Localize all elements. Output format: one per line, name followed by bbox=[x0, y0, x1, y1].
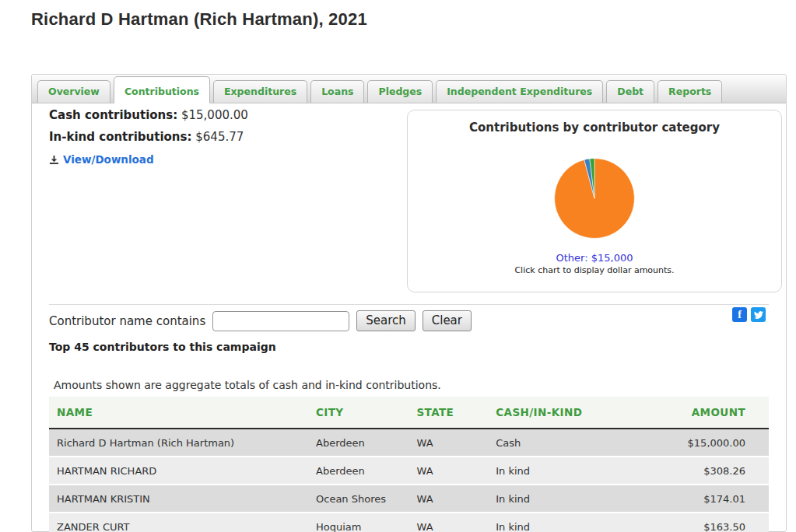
table-row: ZANDER CURTHoquiamWAIn kind$163.50 bbox=[49, 513, 769, 532]
cell-name: HARTMAN RICHARD bbox=[49, 457, 308, 485]
clear-button[interactable]: Clear bbox=[423, 310, 472, 331]
tab-expenditures[interactable]: Expenditures bbox=[213, 80, 307, 103]
contributors-table-wrap: NAMECITYSTATECASH/IN-KINDAMOUNT Richard … bbox=[49, 397, 769, 532]
cash-contributions-value: $15,000.00 bbox=[181, 108, 248, 122]
column-header-cash-in-kind: CASH/IN-KIND bbox=[488, 397, 625, 429]
social-share: f bbox=[732, 307, 766, 322]
facebook-icon: f bbox=[738, 309, 742, 321]
view-download-label: View/Download bbox=[63, 153, 154, 166]
pie-chart-note: Click chart to display dollar amounts. bbox=[408, 265, 781, 275]
cell-city: Aberdeen bbox=[308, 457, 409, 485]
cell-state: WA bbox=[409, 457, 489, 485]
cell-state: WA bbox=[409, 429, 489, 457]
cell-name: HARTMAN KRISTIN bbox=[49, 485, 308, 513]
contribution-summary: Cash contributions: $15,000.00 In-kind c… bbox=[49, 108, 248, 166]
search-button[interactable]: Search bbox=[356, 310, 416, 331]
tab-independent-expenditures[interactable]: Independent Expenditures bbox=[436, 80, 603, 103]
column-header-name: NAME bbox=[49, 397, 308, 429]
twitter-icon bbox=[754, 310, 763, 320]
download-icon bbox=[49, 155, 59, 165]
inkind-contributions-line: In-kind contributions: $645.77 bbox=[49, 130, 248, 144]
cell-name: Richard D Hartman (Rich Hartman) bbox=[49, 429, 308, 457]
contributor-search: Contributor name contains Search Clear bbox=[49, 310, 472, 331]
cash-contributions-line: Cash contributions: $15,000.00 bbox=[49, 108, 248, 122]
cell-cash-in-kind: Cash bbox=[488, 429, 625, 457]
tab-loans[interactable]: Loans bbox=[310, 80, 364, 103]
cell-city: Hoquiam bbox=[308, 513, 409, 532]
table-row: Richard D Hartman (Rich Hartman)Aberdeen… bbox=[49, 429, 769, 457]
column-header-city: CITY bbox=[308, 397, 409, 429]
cell-cash-in-kind: In kind bbox=[488, 513, 625, 532]
inkind-contributions-label: In-kind contributions: bbox=[49, 130, 191, 144]
tab-contributions[interactable]: Contributions bbox=[114, 76, 210, 103]
chart-title: Contributions by contributor category bbox=[408, 121, 781, 135]
top-contributors-heading: Top 45 contributors to this campaign bbox=[49, 341, 276, 353]
cell-cash-in-kind: In kind bbox=[488, 485, 625, 513]
campaign-finance-panel: OverviewContributionsExpendituresLoansPl… bbox=[31, 74, 787, 532]
amounts-note: Amounts shown are aggregate totals of ca… bbox=[54, 379, 441, 391]
contributors-header-row: NAMECITYSTATECASH/IN-KINDAMOUNT bbox=[49, 397, 769, 429]
column-header-state: STATE bbox=[409, 397, 489, 429]
search-input[interactable] bbox=[212, 311, 349, 331]
cell-amount: $163.50 bbox=[625, 513, 769, 532]
cell-name: ZANDER CURT bbox=[49, 513, 308, 532]
column-header-amount: AMOUNT bbox=[625, 397, 769, 429]
view-download-link[interactable]: View/Download bbox=[49, 153, 248, 166]
tab-pledges[interactable]: Pledges bbox=[367, 80, 433, 103]
tab-debt[interactable]: Debt bbox=[606, 80, 654, 103]
tab-overview[interactable]: Overview bbox=[37, 80, 110, 103]
tab-bar: OverviewContributionsExpendituresLoansPl… bbox=[32, 75, 786, 103]
page-title: Richard D Hartman (Rich Hartman), 2021 bbox=[31, 9, 367, 30]
twitter-share-button[interactable] bbox=[751, 307, 766, 322]
pie-slice-label: Other: $15,000 bbox=[408, 252, 781, 264]
facebook-share-button[interactable]: f bbox=[732, 307, 747, 322]
section-divider bbox=[49, 304, 769, 305]
cell-amount: $174.01 bbox=[625, 485, 769, 513]
table-row: HARTMAN RICHARDAberdeenWAIn kind$308.26 bbox=[49, 457, 769, 485]
search-label: Contributor name contains bbox=[49, 314, 205, 328]
tab-reports[interactable]: Reports bbox=[657, 80, 722, 103]
cell-amount: $308.26 bbox=[625, 457, 769, 485]
cell-state: WA bbox=[409, 485, 489, 513]
cell-city: Ocean Shores bbox=[308, 485, 409, 513]
inkind-contributions-value: $645.77 bbox=[195, 130, 244, 144]
contributors-table: NAMECITYSTATECASH/IN-KINDAMOUNT Richard … bbox=[49, 397, 769, 532]
cell-cash-in-kind: In kind bbox=[488, 457, 625, 485]
cash-contributions-label: Cash contributions: bbox=[49, 108, 177, 122]
table-row: HARTMAN KRISTINOcean ShoresWAIn kind$174… bbox=[49, 485, 769, 513]
cell-amount: $15,000.00 bbox=[625, 429, 769, 457]
cell-city: Aberdeen bbox=[308, 429, 409, 457]
cell-state: WA bbox=[409, 513, 489, 532]
chart-card: Contributions by contributor category Ot… bbox=[407, 110, 782, 292]
contributors-body: Richard D Hartman (Rich Hartman)Aberdeen… bbox=[49, 429, 769, 532]
pie-chart[interactable] bbox=[551, 155, 638, 242]
